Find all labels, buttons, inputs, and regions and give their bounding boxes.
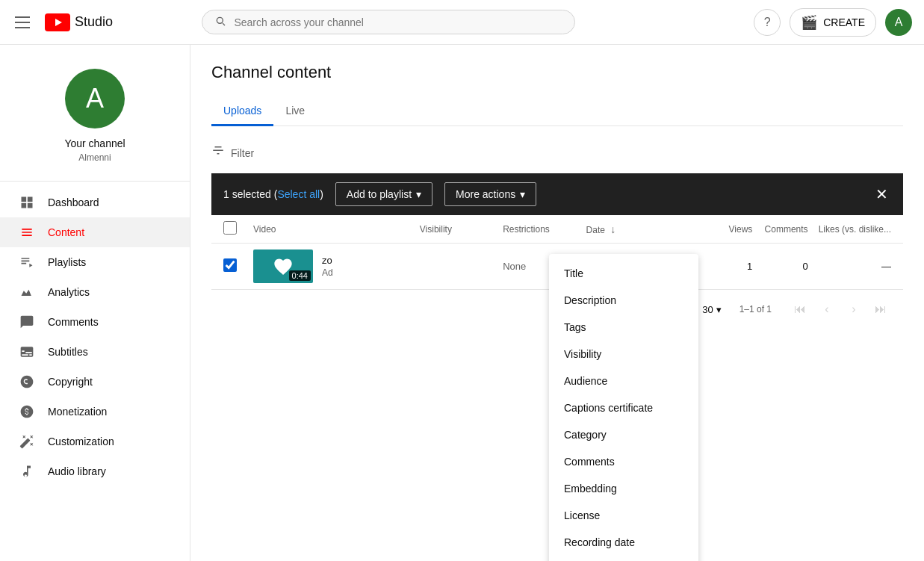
header-date[interactable]: Date ↓ — [586, 223, 698, 235]
rows-select-chevron: ▾ — [716, 304, 722, 315]
dropdown-item-title[interactable]: Title — [549, 260, 698, 287]
logo[interactable]: Studio — [45, 13, 113, 31]
close-selection-button[interactable]: ✕ — [872, 182, 891, 206]
sidebar-item-subtitles[interactable]: Subtitles — [0, 337, 190, 367]
svg-rect-5 — [28, 203, 33, 208]
main-content: Channel content Uploads Live Filter 1 se… — [190, 45, 924, 561]
dropdown-item-audience[interactable]: Audience — [549, 368, 698, 394]
sidebar-item-customization[interactable]: Customization — [0, 427, 190, 456]
prev-page-button[interactable]: ‹ — [816, 299, 837, 320]
help-button[interactable]: ? — [754, 9, 781, 36]
channel-profile: A Your channel Almenni — [0, 57, 190, 182]
video-thumbnail-wrap: 0:44 — [253, 249, 313, 283]
sidebar-item-playlists[interactable]: Playlists — [0, 247, 190, 277]
dashboard-icon — [18, 195, 36, 210]
header-restrictions: Restrictions — [503, 224, 586, 235]
hamburger-menu[interactable] — [12, 13, 33, 31]
playlists-icon — [18, 255, 36, 270]
tab-live[interactable]: Live — [273, 97, 317, 126]
svg-rect-3 — [28, 197, 33, 202]
more-actions-button[interactable]: More actions ▾ — [444, 182, 536, 206]
sidebar-item-comments-label: Comments — [48, 316, 99, 328]
subtitles-icon — [18, 344, 36, 359]
video-likes: — — [808, 261, 891, 272]
filter-label: Filter — [231, 147, 254, 159]
next-page-button[interactable]: › — [843, 299, 864, 320]
analytics-icon — [18, 285, 36, 300]
selection-bar: 1 selected (Select all) Add to playlist … — [211, 173, 903, 215]
video-thumbnail: 0:44 — [253, 249, 313, 283]
sidebar-item-analytics[interactable]: Analytics — [0, 277, 190, 307]
video-info: 0:44 zo Ad — [253, 249, 420, 283]
sidebar-item-comments[interactable]: Comments — [0, 307, 190, 337]
dropdown-item-license[interactable]: License — [549, 502, 698, 529]
audio-library-icon — [18, 464, 36, 479]
sidebar-item-monetization[interactable]: Monetization — [0, 397, 190, 427]
select-all-link[interactable]: Select all — [277, 188, 320, 200]
add-to-playlist-button[interactable]: Add to playlist ▾ — [335, 182, 432, 206]
video-views: 1 — [697, 261, 752, 272]
dropdown-item-category[interactable]: Category — [549, 421, 698, 448]
sidebar-item-customization-label: Customization — [48, 436, 114, 447]
channel-name: Your channel — [64, 137, 125, 149]
search-bar[interactable] — [202, 10, 575, 34]
youtube-icon — [45, 13, 70, 31]
header-video: Video — [253, 224, 420, 235]
create-button[interactable]: 🎬 CREATE — [790, 8, 876, 37]
content-icon — [18, 225, 36, 240]
user-avatar[interactable]: A — [885, 9, 912, 36]
header-likes: Likes (vs. dislike... — [808, 224, 891, 235]
video-duration: 0:44 — [289, 270, 311, 281]
search-icon — [214, 15, 226, 29]
tab-uploads[interactable]: Uploads — [211, 97, 273, 126]
page-info: 1–1 of 1 — [739, 304, 772, 314]
dropdown-item-visibility[interactable]: Visibility — [549, 341, 698, 368]
sidebar-item-playlists-label: Playlists — [48, 256, 86, 268]
channel-avatar: A — [65, 69, 125, 128]
sidebar-item-content-label: Content — [48, 226, 84, 238]
sidebar-item-content[interactable]: Content — [0, 217, 190, 247]
sidebar-item-copyright-label: Copyright — [48, 376, 93, 388]
dropdown-item-comments[interactable]: Comments — [549, 448, 698, 475]
top-navigation: Studio ? 🎬 CREATE A — [0, 0, 924, 45]
dropdown-item-captions-certificate[interactable]: Captions certificate — [549, 394, 698, 421]
filter-bar: Filter — [211, 138, 903, 167]
row-checkbox[interactable] — [223, 258, 237, 272]
sidebar-item-analytics-label: Analytics — [48, 286, 90, 298]
dropdown-item-embedding[interactable]: Embedding — [549, 475, 698, 502]
sidebar: A Your channel Almenni Dashboard Content… — [0, 45, 190, 561]
channel-handle: Almenni — [78, 152, 111, 163]
sidebar-item-dashboard[interactable]: Dashboard — [0, 187, 190, 217]
sidebar-item-dashboard-label: Dashboard — [48, 196, 99, 208]
dropdown-item-user-ratings[interactable]: User ratings — [549, 556, 698, 561]
logo-text: Studio — [75, 14, 113, 30]
copyright-icon — [18, 374, 36, 389]
svg-rect-4 — [22, 203, 27, 208]
sidebar-item-subtitles-label: Subtitles — [48, 346, 88, 358]
monetization-icon — [18, 404, 36, 419]
video-description: Ad — [322, 267, 333, 278]
content-tabs: Uploads Live — [211, 97, 903, 126]
last-page-button[interactable]: ⏭ — [870, 299, 891, 320]
sidebar-item-audio-library[interactable]: Audio library — [0, 456, 190, 486]
search-input[interactable] — [234, 16, 562, 28]
rows-per-page-select[interactable]: 30 ▾ — [702, 304, 721, 315]
header-views: Views — [697, 224, 752, 235]
create-label: CREATE — [823, 16, 865, 28]
table-header: Video Visibility Restrictions Date ↓ Vie… — [211, 215, 903, 244]
customization-icon — [18, 434, 36, 449]
sidebar-item-monetization-label: Monetization — [48, 406, 107, 418]
more-actions-chevron-icon: ▾ — [520, 188, 525, 200]
dropdown-item-recording-date[interactable]: Recording date — [549, 529, 698, 556]
dropdown-item-description[interactable]: Description — [549, 287, 698, 314]
sidebar-item-copyright[interactable]: Copyright — [0, 367, 190, 397]
comments-icon — [18, 314, 36, 329]
filter-icon — [211, 144, 225, 161]
column-dropdown-menu: Title Description Tags Visibility Audien… — [549, 254, 698, 561]
select-all-checkbox[interactable] — [223, 221, 237, 235]
dropdown-item-tags[interactable]: Tags — [549, 314, 698, 341]
first-page-button[interactable]: ⏮ — [790, 299, 810, 320]
selection-text: 1 selected (Select all) — [223, 188, 323, 200]
svg-rect-2 — [22, 197, 27, 202]
sort-icon: ↓ — [610, 223, 616, 235]
